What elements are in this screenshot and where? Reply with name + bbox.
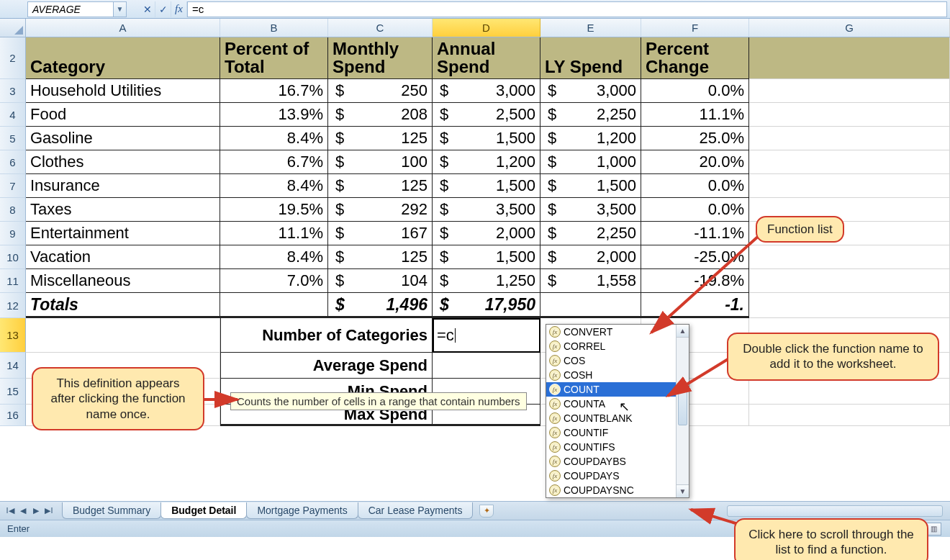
cell-BC13[interactable]: Number of Categories xyxy=(220,318,433,353)
cell-A7[interactable]: Insurance xyxy=(26,174,220,198)
confirm-entry-icon[interactable]: ✓ xyxy=(155,1,171,17)
cell-B3[interactable]: 16.7% xyxy=(220,79,328,103)
tab-last-icon[interactable]: ▶I xyxy=(43,505,55,517)
row-header-2[interactable]: 2 xyxy=(0,37,26,79)
cell-D7[interactable]: $1,500 xyxy=(433,174,540,198)
horizontal-scrollbar[interactable] xyxy=(727,505,943,517)
cell-G3[interactable] xyxy=(749,79,950,103)
cell-F6[interactable]: 20.0% xyxy=(641,150,749,174)
cell-B12[interactable] xyxy=(220,293,328,318)
cell-C2[interactable]: Monthly Spend xyxy=(328,37,433,79)
cell-A10[interactable]: Vacation xyxy=(26,245,220,269)
cell-F8[interactable]: 0.0% xyxy=(641,198,749,222)
sheet-tab-budget-summary[interactable]: Budget Summary xyxy=(62,502,161,519)
sheet-tab-budget-detail[interactable]: Budget Detail xyxy=(160,502,247,519)
cell-B9[interactable]: 11.1% xyxy=(220,222,328,245)
cell-D11[interactable]: $1,250 xyxy=(433,269,540,293)
col-header-B[interactable]: B xyxy=(220,19,328,37)
function-item-correl[interactable]: fxCORREL xyxy=(546,339,689,353)
cell-E11[interactable]: $1,558 xyxy=(540,269,641,293)
function-item-coupdaysnc[interactable]: fxCOUPDAYSNC xyxy=(546,483,689,497)
cell-F5[interactable]: 25.0% xyxy=(641,127,749,150)
function-item-convert[interactable]: fxCONVERT xyxy=(546,325,689,339)
function-item-countif[interactable]: fxCOUNTIF xyxy=(546,425,689,440)
insert-worksheet-icon[interactable]: ✦ xyxy=(479,505,494,518)
function-item-cosh[interactable]: fxCOSH xyxy=(546,368,689,382)
cell-G5[interactable] xyxy=(749,127,950,150)
row-header-7[interactable]: 7 xyxy=(0,174,26,198)
row-header-11[interactable]: 11 xyxy=(0,269,26,293)
cell-D14[interactable] xyxy=(433,353,540,379)
name-box-dropdown[interactable]: ▼ xyxy=(114,1,127,17)
cell-G12[interactable] xyxy=(749,293,950,318)
cell-D12[interactable]: $17,950 xyxy=(433,293,540,318)
cell-C3[interactable]: $250 xyxy=(328,79,433,103)
scroll-down-icon[interactable]: ▼ xyxy=(677,484,689,497)
row-header-13[interactable]: 13 xyxy=(0,318,26,353)
cell-B7[interactable]: 8.4% xyxy=(220,174,328,198)
col-header-F[interactable]: F xyxy=(641,19,749,37)
cell-B10[interactable]: 8.4% xyxy=(220,245,328,269)
scroll-thumb[interactable] xyxy=(678,382,687,425)
cell-B4[interactable]: 13.9% xyxy=(220,103,328,127)
tab-first-icon[interactable]: I◀ xyxy=(4,505,16,517)
cell-B8[interactable]: 19.5% xyxy=(220,198,328,222)
cell-A6[interactable]: Clothes xyxy=(26,150,220,174)
function-autocomplete-list[interactable]: ▲ ▼ fxCONVERTfxCORRELfxCOSfxCOSHfxCOUNTf… xyxy=(546,324,689,498)
cell-C7[interactable]: $125 xyxy=(328,174,433,198)
select-all-corner[interactable] xyxy=(0,19,26,37)
scroll-up-icon[interactable]: ▲ xyxy=(677,325,689,338)
function-item-counta[interactable]: fxCOUNTA xyxy=(546,397,689,411)
cell-D9[interactable]: $2,000 xyxy=(433,222,540,245)
cell-A11[interactable]: Miscellaneous xyxy=(26,269,220,293)
sheet-tab-car-lease-payments[interactable]: Car Lease Payments xyxy=(358,502,474,519)
cell-D13[interactable]: =c xyxy=(433,318,540,353)
row-header-10[interactable]: 10 xyxy=(0,245,26,269)
cell-A13[interactable] xyxy=(26,318,220,353)
row-header-16[interactable]: 16 xyxy=(0,405,26,426)
function-item-cos[interactable]: fxCOS xyxy=(546,353,689,368)
cell-A8[interactable]: Taxes xyxy=(26,198,220,222)
cell-E10[interactable]: $2,000 xyxy=(540,245,641,269)
cell-G7[interactable] xyxy=(749,174,950,198)
cell-D8[interactable]: $3,500 xyxy=(433,198,540,222)
cell-A2[interactable]: Category xyxy=(26,37,220,79)
cell-D10[interactable]: $1,500 xyxy=(433,245,540,269)
row-header-4[interactable]: 4 xyxy=(0,103,26,127)
cell-G16[interactable] xyxy=(749,405,950,426)
row-header-15[interactable]: 15 xyxy=(0,379,26,405)
cell-E4[interactable]: $2,250 xyxy=(540,103,641,127)
cancel-entry-icon[interactable]: ✕ xyxy=(140,1,155,17)
cell-A12[interactable]: Totals xyxy=(26,293,220,318)
col-header-G[interactable]: G xyxy=(749,19,950,37)
cell-F3[interactable]: 0.0% xyxy=(641,79,749,103)
col-header-C[interactable]: C xyxy=(328,19,433,37)
tab-prev-icon[interactable]: ◀ xyxy=(17,505,29,517)
function-item-coupdaybs[interactable]: fxCOUPDAYBS xyxy=(546,454,689,469)
cell-B11[interactable]: 7.0% xyxy=(220,269,328,293)
cell-B2[interactable]: Percent of Total xyxy=(220,37,328,79)
function-item-countblank[interactable]: fxCOUNTBLANK xyxy=(546,411,689,425)
cell-E2[interactable]: LY Spend xyxy=(540,37,641,79)
cell-G10[interactable] xyxy=(749,245,950,269)
cell-F11[interactable]: -19.8% xyxy=(641,269,749,293)
cell-G15[interactable] xyxy=(749,379,950,405)
cell-D6[interactable]: $1,200 xyxy=(433,150,540,174)
cell-E12[interactable] xyxy=(540,293,641,318)
cell-C5[interactable]: $125 xyxy=(328,127,433,150)
cell-A4[interactable]: Food xyxy=(26,103,220,127)
name-box[interactable]: AVERAGE xyxy=(27,1,114,17)
col-header-A[interactable]: A xyxy=(26,19,220,37)
cell-C11[interactable]: $104 xyxy=(328,269,433,293)
cell-E7[interactable]: $1,500 xyxy=(540,174,641,198)
tab-nav-buttons[interactable]: I◀ ◀ ▶ ▶I xyxy=(4,505,55,517)
cell-G11[interactable] xyxy=(749,269,950,293)
cell-E6[interactable]: $1,000 xyxy=(540,150,641,174)
cell-E9[interactable]: $2,250 xyxy=(540,222,641,245)
cell-E8[interactable]: $3,500 xyxy=(540,198,641,222)
col-header-D[interactable]: D xyxy=(433,19,540,37)
cell-F2[interactable]: Percent Change xyxy=(641,37,749,79)
cell-E5[interactable]: $1,200 xyxy=(540,127,641,150)
cell-C6[interactable]: $100 xyxy=(328,150,433,174)
cell-F12[interactable]: -1. xyxy=(641,293,749,318)
